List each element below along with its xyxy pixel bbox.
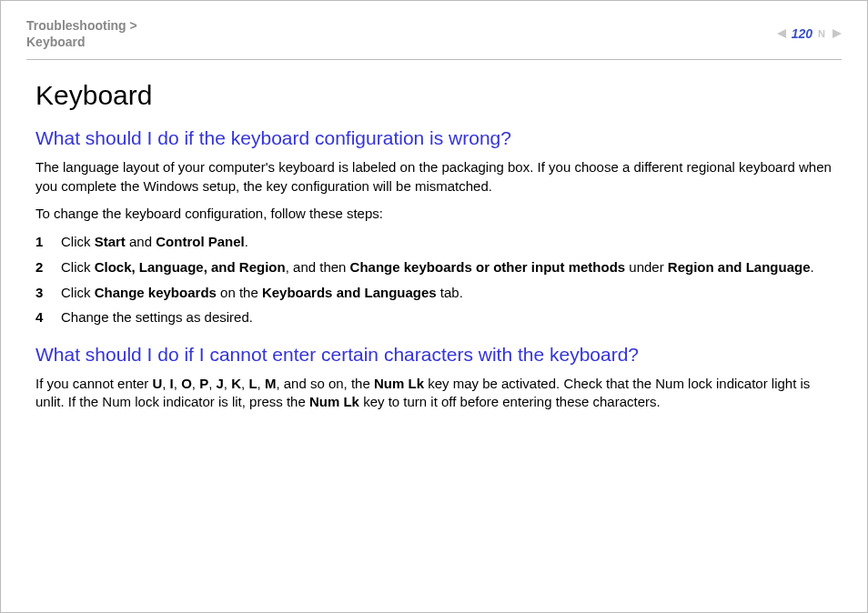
page-title: Keyboard [35,80,833,111]
prev-page-arrow-icon[interactable] [777,29,786,38]
para-text: , [257,376,265,391]
bold-key: P [199,376,208,391]
breadcrumb-line1: Troubleshooting > [26,17,137,34]
breadcrumb-line2: Keyboard [26,34,137,50]
para-text: If you cannot enter [35,376,152,391]
bold-key: Num Lk [309,394,359,409]
step-text: and [126,234,156,249]
step-text: under [625,259,668,275]
step-text: on the [217,285,262,300]
para-text: key to turn it off before entering these… [359,394,661,409]
page-label-n: N [818,28,825,39]
bold-term: Change keyboards or other input methods [350,259,626,275]
bold-term: Clock, Language, and Region [95,259,286,275]
bold-key: U [152,376,162,391]
bold-term: Control Panel [156,234,245,249]
step-text: . [811,259,814,275]
page-header: Troubleshooting > Keyboard 120 N [26,17,842,50]
bold-key: J [217,376,224,391]
section1-para2: To change the keyboard configuration, fo… [35,205,833,223]
para-text: , [174,376,181,391]
bold-key: L [248,376,257,391]
step-text: Click [61,259,95,275]
bold-term: Change keyboards [95,285,217,300]
step-1: Click Start and Control Panel. [35,232,833,252]
para-text: , [208,376,216,391]
bold-key: Num Lk [374,376,424,391]
para-text: , and so on, the [276,376,374,391]
para-text: , [162,376,169,391]
page-navigation: 120 N [777,26,842,41]
step-2: Click Clock, Language, and Region, and t… [35,257,833,277]
bold-key: K [231,376,241,391]
step-text: . [245,234,248,249]
section2: What should I do if I cannot enter certa… [35,344,833,412]
bold-term: Region and Language [668,259,811,275]
steps-list: Click Start and Control Panel. Click Clo… [35,232,833,327]
section1-para1: The language layout of your computer's k… [35,158,833,196]
bold-key: M [265,376,277,391]
para-text: , [224,376,231,391]
next-page-arrow-icon[interactable] [833,29,842,38]
section1-heading: What should I do if the keyboard configu… [35,127,833,149]
document-page: Troubleshooting > Keyboard 120 N Keyboar… [0,0,868,613]
section2-heading: What should I do if I cannot enter certa… [35,344,833,366]
bold-term: Start [95,234,126,249]
step-text: Click [61,234,95,249]
section2-para: If you cannot enter U, I, O, P, J, K, L,… [35,375,833,412]
page-content: Keyboard What should I do if the keyboar… [26,80,842,411]
step-text: tab. [437,285,463,300]
header-divider [26,59,842,60]
step-4: Change the settings as desired. [35,307,833,327]
bold-term: Keyboards and Languages [262,285,437,300]
breadcrumb: Troubleshooting > Keyboard [26,17,137,50]
step-3: Click Change keyboards on the Keyboards … [35,283,833,303]
step-text: , and then [286,259,350,275]
para-text: , [192,376,199,391]
page-number: 120 [792,26,812,41]
step-text: Change the settings as desired. [61,309,253,325]
step-text: Click [61,285,95,300]
bold-key: O [181,376,192,391]
